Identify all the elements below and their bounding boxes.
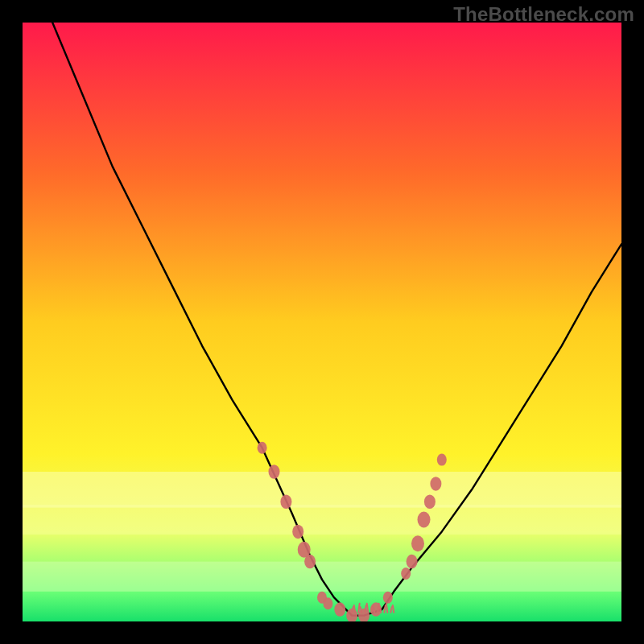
band-cream-2 (23, 505, 621, 535)
chart-svg (23, 23, 621, 621)
band-cream (23, 472, 621, 508)
plot-area (23, 23, 621, 621)
chart-frame: TheBottleneck.com (0, 0, 644, 644)
marker-dot (334, 602, 345, 617)
marker-dot (304, 555, 316, 569)
marker-dot (292, 525, 303, 539)
marker-dot (430, 477, 441, 491)
marker-dot (424, 494, 436, 509)
marker-dot (280, 494, 291, 509)
watermark-text: TheBottleneck.com (453, 3, 634, 26)
marker-dot (411, 535, 424, 551)
marker-dot (437, 454, 447, 466)
marker-dot (258, 442, 267, 454)
marker-dot (269, 464, 280, 479)
marker-dot (407, 555, 418, 569)
marker-dot (401, 568, 411, 580)
marker-dot (418, 512, 431, 528)
marker-dot (383, 592, 393, 604)
band-pale (23, 562, 621, 592)
marker-dot (323, 597, 332, 609)
